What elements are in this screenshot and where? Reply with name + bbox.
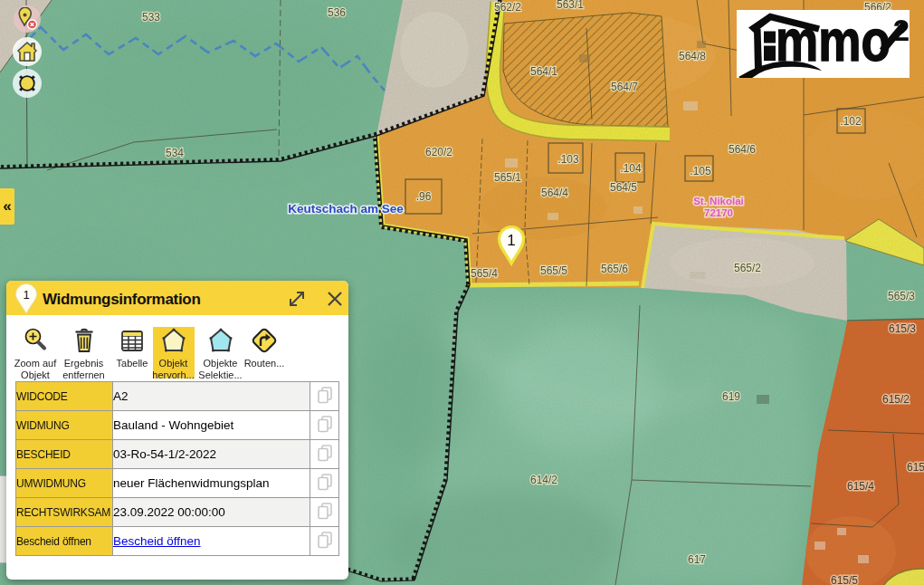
svg-text:564/5: 564/5 xyxy=(610,181,637,194)
svg-text:564/8: 564/8 xyxy=(679,50,706,62)
svg-text:564/4: 564/4 xyxy=(541,187,568,199)
svg-text:536: 536 xyxy=(328,6,346,19)
svg-text:564/1: 564/1 xyxy=(530,65,557,78)
svg-text:.103: .103 xyxy=(557,153,579,166)
svg-text:620/2: 620/2 xyxy=(425,146,452,158)
svg-text:565/4: 565/4 xyxy=(471,267,498,280)
svg-text:534: 534 xyxy=(166,147,184,159)
svg-text:563/1: 563/1 xyxy=(557,0,584,11)
svg-text:564/7: 564/7 xyxy=(611,81,638,93)
svg-text:617: 617 xyxy=(688,553,706,566)
svg-text:533: 533 xyxy=(142,11,160,24)
svg-text:2: 2 xyxy=(893,14,910,47)
svg-text:619: 619 xyxy=(722,390,740,403)
svg-text:615/3: 615/3 xyxy=(889,322,916,335)
svg-text:.105: .105 xyxy=(690,165,711,177)
svg-text:.96: .96 xyxy=(416,190,432,203)
svg-text:615/4: 615/4 xyxy=(847,480,874,493)
svg-text:565/2: 565/2 xyxy=(734,262,761,274)
svg-text:615/2: 615/2 xyxy=(882,393,910,406)
svg-text:St. Nikolai: St. Nikolai xyxy=(693,196,744,206)
svg-text:614/2: 614/2 xyxy=(530,474,557,486)
svg-text:565/6: 565/6 xyxy=(601,263,628,275)
svg-text:565/5: 565/5 xyxy=(540,264,567,277)
svg-text:562/2: 562/2 xyxy=(494,1,521,14)
svg-text:1: 1 xyxy=(507,232,515,249)
svg-text:564/6: 564/6 xyxy=(729,143,756,156)
svg-text:615/5: 615/5 xyxy=(831,574,858,585)
svg-text:.104: .104 xyxy=(620,162,642,175)
svg-text:1: 1 xyxy=(23,288,29,302)
svg-text:615/6: 615/6 xyxy=(907,461,924,474)
svg-text:Keutschach am See: Keutschach am See xyxy=(288,202,404,216)
svg-text:565/1: 565/1 xyxy=(494,171,521,184)
svg-text:.102: .102 xyxy=(840,115,862,128)
svg-text:565/3: 565/3 xyxy=(888,290,915,302)
svg-text:72170: 72170 xyxy=(704,207,733,218)
